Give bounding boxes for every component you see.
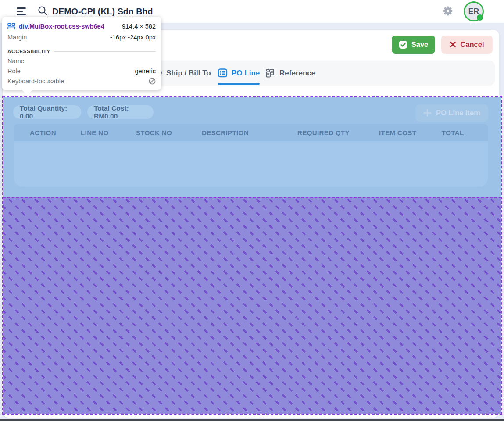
avatar-initials: ER — [468, 7, 479, 16]
add-po-line-item-label: PO Line Item — [436, 109, 480, 117]
element-dimensions: 914.4 × 582 — [122, 23, 156, 30]
tooltip-caret — [21, 89, 33, 95]
user-avatar[interactable]: ER — [464, 1, 484, 21]
save-button-label: Save — [411, 40, 429, 49]
screen: Save Cancel Ship / Bill To PO Line — [0, 0, 504, 422]
not-focusable-blocked-icon — [149, 78, 156, 85]
tab-ship-bill-to[interactable]: Ship / Bill To — [166, 61, 211, 86]
total-cost-chip: Total Cost: RM0.00 — [87, 105, 154, 119]
cancel-x-icon — [450, 41, 456, 48]
accessibility-divider — [54, 51, 156, 52]
devtools-inspect-tooltip: div.MuiBox-root.css-swb6e4 914.4 × 582 M… — [2, 17, 161, 90]
element-badge-icon — [7, 22, 15, 30]
add-po-line-item-button[interactable]: PO Line Item — [415, 104, 488, 122]
tab-reference-label: Reference — [279, 69, 315, 78]
accessibility-section-title: ACCESSIBILITY — [7, 49, 50, 54]
selector-classes: .MuiBox-root.css-swb6e4 — [28, 23, 104, 30]
online-status-dot — [477, 14, 483, 21]
column-header-action: ACTION — [30, 124, 56, 141]
a11y-name-label: Name — [7, 57, 25, 64]
a11y-role-value: generic — [135, 68, 156, 75]
active-tab-indicator — [218, 83, 260, 85]
total-quantity-chip: Total Quantity: 0.00 — [13, 105, 81, 119]
plus-icon — [423, 109, 432, 117]
save-button[interactable]: Save — [392, 36, 435, 54]
selector-tag: div — [19, 23, 28, 30]
reference-docs-icon — [265, 68, 275, 79]
search-icon[interactable] — [37, 5, 48, 18]
margin-value: -16px -24px 0px — [110, 34, 156, 41]
cancel-button[interactable]: Cancel — [441, 36, 493, 54]
selector-text: div.MuiBox-root.css-swb6e4 — [19, 23, 104, 30]
devtools-highlight-overlay: Total Quantity: 0.00 Total Cost: RM0.00 … — [2, 96, 502, 415]
column-header-required-qty: REQUIRED QTY — [297, 124, 350, 141]
column-header-stock-no: STOCK NO — [136, 124, 172, 141]
column-header-total: TOTAL — [442, 124, 464, 141]
po-line-table: ACTION LINE NO STOCK NO DESCRIPTION REQU… — [14, 124, 488, 187]
a11y-focusable-label: Keyboard-focusable — [7, 78, 64, 85]
po-line-table-body-empty — [14, 141, 488, 187]
column-header-line-no: LINE NO — [81, 124, 109, 141]
menu-hamburger-icon[interactable] — [17, 7, 26, 15]
devtools-margin-hatch-area — [3, 197, 501, 414]
a11y-role-label: Role — [7, 68, 21, 75]
po-line-table-header: ACTION LINE NO STOCK NO DESCRIPTION REQU… — [14, 124, 488, 141]
column-header-item-cost: ITEM COST — [379, 124, 416, 141]
tab-ship-bill-to-label: Ship / Bill To — [166, 69, 211, 78]
gear-icon[interactable] — [443, 6, 453, 18]
column-header-description: DESCRIPTION — [202, 124, 249, 141]
po-line-panel: Total Quantity: 0.00 Total Cost: RM0.00 … — [3, 97, 501, 197]
tab-po-line[interactable]: PO Line — [218, 61, 260, 86]
tab-po-line-label: PO Line — [232, 69, 260, 78]
margin-label: Margin — [7, 34, 27, 41]
tab-reference[interactable]: Reference — [265, 61, 315, 86]
save-check-icon — [399, 40, 407, 49]
po-line-list-icon — [218, 68, 228, 78]
cancel-button-label: Cancel — [460, 40, 484, 49]
